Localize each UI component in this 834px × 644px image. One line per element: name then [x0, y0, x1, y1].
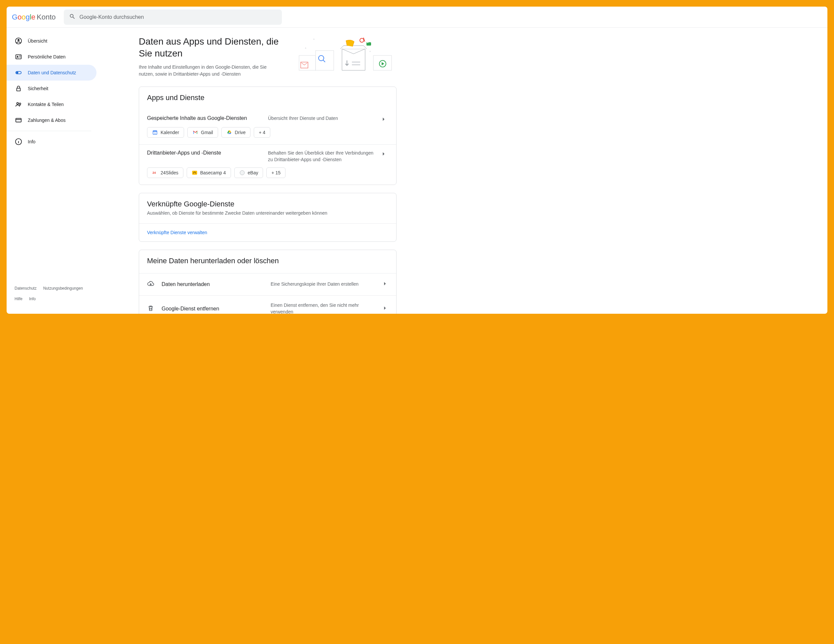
svg-point-1 [18, 39, 19, 41]
row-third-party[interactable]: Drittanbieter-Apps und -Dienste Behalten… [139, 145, 396, 163]
svg-text:24: 24 [153, 171, 156, 174]
info-icon [15, 138, 23, 146]
footer-privacy-link[interactable]: Datenschutz [15, 286, 37, 291]
ebay-icon [239, 170, 245, 176]
chevron-right-icon [381, 305, 388, 313]
chip-kalender[interactable]: 31 Kalender [147, 127, 184, 138]
action-desc: Eine Sicherungskopie Ihrer Daten erstell… [271, 281, 375, 288]
app-window: Google Konto Übersicht Persönliche Daten [6, 6, 828, 314]
svg-rect-13 [315, 50, 334, 70]
row-remove-service[interactable]: Google-Dienst entfernen Einen Dienst ent… [139, 295, 396, 314]
svg-rect-20 [352, 64, 360, 65]
chip-label: Drive [235, 130, 246, 135]
sidebar-footer: Datenschutz Nutzungsbedingungen Hilfe In… [6, 281, 99, 314]
svg-point-26 [240, 170, 244, 175]
drive-icon [226, 129, 232, 136]
chip-label: + 4 [259, 130, 265, 135]
sidebar-item-contacts[interactable]: Kontakte & Teilen [6, 97, 97, 112]
chip-gmail[interactable]: Gmail [187, 127, 218, 138]
basecamp-icon [192, 170, 197, 176]
chip-label: + 15 [271, 170, 281, 175]
chip-drive[interactable]: Drive [221, 127, 251, 138]
sidebar-item-security[interactable]: Sicherheit [6, 81, 97, 97]
linked-services-link-row: Verknüpfte Dienste verwalten [139, 223, 396, 241]
chip-ebay[interactable]: eBay [234, 168, 263, 178]
svg-rect-6 [17, 88, 21, 91]
toggle-icon [15, 69, 23, 77]
chevron-right-icon [380, 150, 388, 157]
action-title: Daten herunterladen [162, 281, 264, 287]
svg-point-8 [19, 103, 21, 105]
svg-rect-19 [352, 61, 360, 63]
chip-label: Basecamp 4 [200, 170, 226, 175]
24slides-icon: 24 [152, 170, 158, 176]
chip-label: 24Slides [161, 170, 178, 175]
footer-help-link[interactable]: Hilfe [15, 297, 23, 301]
chevron-right-icon [381, 280, 388, 288]
sidebar-item-info[interactable]: Info [6, 134, 97, 150]
hero: Daten aus Apps und Diensten, die Sie nut… [139, 36, 396, 79]
svg-point-5 [16, 72, 18, 74]
chevron-right-icon [380, 115, 388, 123]
chip-24slides[interactable]: 24 24Slides [147, 168, 183, 178]
card-linked-services: Verknüpfte Google-Dienste Auswählen, ob … [139, 193, 396, 242]
card-title: Meine Daten herunterladen oder löschen [147, 257, 388, 265]
chip-label: Kalender [161, 130, 179, 135]
sidebar-item-label: Zahlungen & Abos [28, 118, 65, 123]
sidebar-item-label: Übersicht [28, 38, 47, 44]
svg-point-16 [367, 42, 369, 43]
card-download-delete: Meine Daten herunterladen oder löschen D… [139, 250, 396, 314]
google-chips: 31 Kalender Gmail Drive + 4 [139, 123, 396, 145]
row-download-data[interactable]: Daten herunterladen Eine Sicherungskopie… [139, 273, 396, 295]
chip-third-more[interactable]: + 15 [266, 168, 286, 178]
gmail-icon [192, 129, 198, 136]
sidebar-item-personal[interactable]: Persönliche Daten [6, 49, 97, 65]
chip-basecamp[interactable]: Basecamp 4 [187, 168, 231, 178]
user-circle-icon [15, 37, 23, 45]
chip-label: eBay [248, 170, 259, 175]
google-logo[interactable]: Google Konto [12, 13, 56, 21]
card-subtitle: Auswählen, ob Dienste für bestimmte Zwec… [147, 210, 388, 217]
card-title: Apps und Dienste [147, 94, 388, 102]
card-title: Verknüpfte Google-Dienste [147, 200, 388, 208]
sidebar-item-label: Kontakte & Teilen [28, 102, 64, 107]
sidebar-item-overview[interactable]: Übersicht [6, 33, 97, 49]
cloud-download-icon [147, 280, 155, 289]
svg-rect-25 [192, 171, 197, 175]
search-bar[interactable] [64, 10, 282, 25]
card-apps-services: Apps und Dienste Gespeicherte Inhalte au… [139, 87, 396, 185]
sidebar-item-label: Persönliche Daten [28, 54, 65, 60]
page-title: Daten aus Apps und Diensten, die Sie nut… [139, 36, 289, 60]
footer-terms-link[interactable]: Nutzungsbedingungen [43, 286, 83, 291]
id-card-icon [15, 53, 23, 61]
row-desc: Übersicht Ihrer Dienste und Daten [268, 115, 375, 122]
row-google-services[interactable]: Gespeicherte Inhalte aus Google-Diensten… [139, 110, 396, 123]
sidebar-item-label: Daten und Datenschutz [28, 70, 76, 75]
sidebar-item-payments[interactable]: Zahlungen & Abos [6, 112, 97, 128]
calendar-icon: 31 [152, 129, 158, 136]
svg-rect-9 [16, 119, 21, 122]
row-desc: Behalten Sie den Überblick über Ihre Ver… [268, 150, 375, 163]
topbar: Google Konto [6, 6, 828, 28]
sidebar-item-data-privacy[interactable]: Daten und Datenschutz [6, 65, 97, 81]
row-title: Drittanbieter-Apps und -Dienste [147, 150, 263, 156]
search-icon [69, 13, 76, 21]
third-party-chips: 24 24Slides Basecamp 4 eBay + 15 [139, 163, 396, 185]
sidebar-item-label: Sicherheit [28, 86, 48, 91]
action-title: Google-Dienst entfernen [162, 306, 264, 312]
action-desc: Einen Dienst entfernen, den Sie nicht me… [271, 302, 375, 314]
svg-text:31: 31 [154, 132, 156, 134]
sidebar-item-label: Info [28, 139, 36, 144]
row-title: Gespeicherte Inhalte aus Google-Diensten [147, 115, 263, 121]
card-icon [15, 116, 23, 124]
svg-rect-22 [153, 131, 157, 132]
manage-linked-services-link[interactable]: Verknüpfte Dienste verwalten [147, 230, 207, 235]
footer-info-link[interactable]: Info [29, 297, 36, 301]
lock-icon [15, 84, 23, 92]
chip-label: Gmail [201, 130, 213, 135]
svg-point-3 [17, 56, 18, 57]
chip-google-more[interactable]: + 4 [254, 127, 270, 138]
trash-icon [147, 305, 155, 313]
hero-illustration [297, 36, 396, 79]
search-input[interactable] [80, 14, 276, 20]
